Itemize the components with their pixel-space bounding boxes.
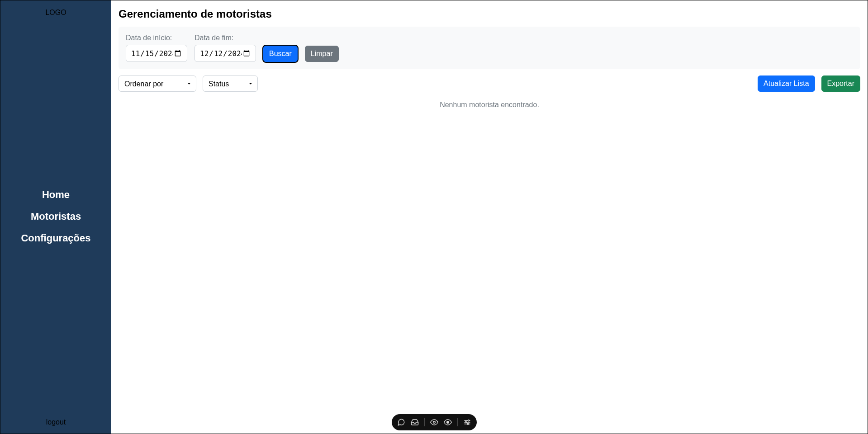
order-by-select[interactable]: Ordenar por	[119, 75, 196, 92]
filter-panel: Data de início: Data de fim: Buscar Limp…	[119, 27, 860, 69]
empty-state-message: Nenhum motorista encontrado.	[119, 101, 860, 109]
start-date-input[interactable]	[126, 45, 187, 62]
filter-start-date-label: Data de início:	[126, 34, 187, 42]
toolbar-divider-2	[457, 418, 458, 426]
svg-point-3	[468, 420, 469, 421]
sidebar-item-home[interactable]: Home	[42, 188, 70, 202]
status-select[interactable]: Status	[203, 75, 258, 92]
refresh-list-button[interactable]: Atualizar Lista	[758, 75, 815, 92]
filter-start-date: Data de início:	[126, 34, 187, 62]
sidebar-nav: Home Motoristas Configurações	[0, 22, 111, 411]
export-button[interactable]: Exportar	[821, 75, 860, 92]
sidebar-item-drivers[interactable]: Motoristas	[31, 210, 81, 223]
filter-end-date-label: Data de fim:	[194, 34, 256, 42]
sidebar: LOGO Home Motoristas Configurações logou…	[0, 0, 111, 434]
clear-button[interactable]: Limpar	[305, 46, 339, 62]
dev-toolbar	[392, 414, 477, 430]
page-title: Gerenciamento de motoristas	[119, 8, 860, 20]
end-date-input[interactable]	[194, 45, 256, 62]
inbox-icon[interactable]	[410, 417, 420, 427]
svg-point-5	[465, 422, 466, 423]
action-row: Ordenar por Status Atualizar Lista Expor…	[119, 75, 860, 92]
sidebar-logout[interactable]: logout	[0, 411, 111, 434]
search-button[interactable]: Buscar	[263, 46, 298, 62]
chat-icon[interactable]	[396, 417, 406, 427]
sidebar-logo: LOGO	[0, 0, 111, 22]
filter-end-date: Data de fim:	[194, 34, 256, 62]
svg-point-7	[467, 423, 469, 425]
eye-outline-icon[interactable]	[429, 417, 439, 427]
sidebar-item-settings[interactable]: Configurações	[21, 231, 90, 245]
main-content: Gerenciamento de motoristas Data de iníc…	[111, 0, 868, 434]
toolbar-divider	[424, 418, 425, 426]
settings-sliders-icon[interactable]	[462, 417, 472, 427]
svg-point-0	[433, 421, 435, 424]
svg-point-1	[446, 421, 449, 424]
eye-icon[interactable]	[443, 417, 453, 427]
